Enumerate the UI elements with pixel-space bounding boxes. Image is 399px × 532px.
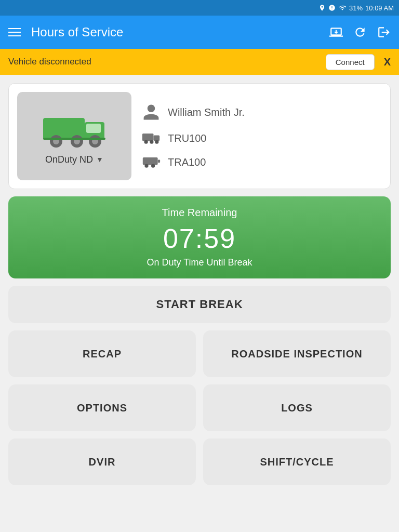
app-bar: Hours of Service: [0, 16, 399, 49]
svg-rect-16: [158, 160, 161, 163]
dvir-button[interactable]: DVIR: [8, 438, 196, 485]
truck-status-box: OnDuty ND ▼: [17, 92, 131, 180]
truck-id-row: TRU100: [142, 131, 245, 145]
svg-rect-15: [143, 157, 158, 165]
action-button-grid: RECAP ROADSIDE INSPECTION OPTIONS LOGS D…: [8, 330, 391, 485]
svg-point-18: [151, 164, 155, 168]
notification-message: Vehicle disconnected: [8, 57, 321, 67]
svg-rect-9: [43, 138, 105, 140]
main-content: OnDuty ND ▼ William Smith Jr.: [0, 75, 399, 494]
refresh-icon[interactable]: [353, 25, 367, 39]
duty-status-dropdown-arrow: ▼: [96, 155, 103, 164]
svg-point-17: [144, 164, 148, 168]
driver-card: OnDuty ND ▼ William Smith Jr.: [8, 83, 391, 189]
driver-info: William Smith Jr. TRU100: [142, 103, 245, 169]
app-bar-actions: [329, 25, 391, 39]
connect-button[interactable]: Connect: [326, 54, 375, 70]
trailer-icon: [142, 155, 161, 169]
status-icons: 31% 10:09 AM: [318, 4, 394, 12]
trailer-id: TRA100: [168, 156, 206, 168]
notification-banner: Vehicle disconnected Connect X: [0, 49, 399, 75]
shift-cycle-button[interactable]: SHIFT/CYCLE: [203, 438, 391, 485]
duty-status[interactable]: OnDuty ND ▼: [45, 154, 103, 165]
dismiss-notification-button[interactable]: X: [384, 56, 391, 68]
time-remaining-sublabel: On Duty Time Until Break: [19, 257, 380, 268]
recap-button[interactable]: RECAP: [8, 330, 196, 377]
status-bar: 31% 10:09 AM: [0, 0, 399, 16]
time-remaining-label: Time Remaining: [19, 207, 380, 219]
options-button[interactable]: OPTIONS: [8, 384, 196, 431]
truck-illustration: [41, 108, 108, 149]
svg-point-14: [155, 140, 158, 144]
truck-icon: [142, 131, 161, 145]
menu-button[interactable]: [8, 28, 21, 36]
logout-icon[interactable]: [377, 25, 391, 39]
truck-id: TRU100: [168, 132, 206, 144]
start-break-button[interactable]: START BREAK: [8, 286, 391, 323]
driver-name: William Smith Jr.: [168, 107, 245, 118]
svg-point-12: [144, 140, 148, 144]
alarm-icon: [328, 4, 336, 11]
current-time: 10:09 AM: [365, 4, 394, 12]
app-title: Hours of Service: [31, 25, 319, 39]
person-icon: [142, 103, 161, 122]
logs-button[interactable]: LOGS: [203, 384, 391, 431]
trailer-id-row: TRA100: [142, 155, 245, 169]
time-remaining-card: Time Remaining 07:59 On Duty Time Until …: [8, 196, 391, 278]
driver-name-row: William Smith Jr.: [142, 103, 245, 122]
svg-rect-10: [142, 134, 154, 141]
location-icon: [318, 4, 326, 11]
roadside-inspection-button[interactable]: ROADSIDE INSPECTION: [203, 330, 391, 377]
battery-level: 31%: [349, 4, 363, 12]
svg-rect-2: [86, 124, 101, 133]
wifi-icon: [338, 4, 347, 11]
screen-share-icon[interactable]: [329, 25, 343, 39]
time-remaining-value: 07:59: [19, 223, 380, 254]
duty-status-label: OnDuty ND: [45, 154, 93, 165]
svg-point-13: [150, 140, 153, 144]
